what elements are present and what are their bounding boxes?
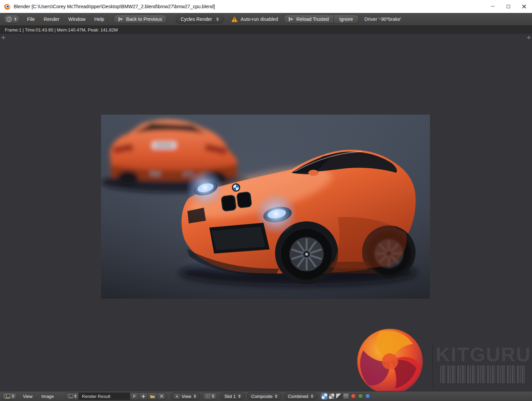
chevron-updown-icon	[74, 394, 77, 398]
reload-icon	[288, 17, 294, 22]
plus-icon	[141, 394, 145, 398]
chevron-updown-icon	[194, 394, 196, 398]
blender-logo-icon	[3, 3, 11, 10]
editor-type-button-image[interactable]	[2, 392, 17, 400]
slot-dropdown[interactable]: Slot 1	[221, 392, 245, 400]
image-editor-header: View Image Render Result F	[0, 391, 532, 401]
ignore-button[interactable]: Ignore	[334, 15, 359, 24]
menu-file[interactable]: File	[23, 16, 39, 22]
region-split-handle-right[interactable]	[527, 36, 531, 39]
watermark-divider	[432, 344, 433, 387]
folder-icon	[150, 394, 155, 398]
chevron-updown-icon	[275, 394, 277, 398]
render-stats-bar: Frame:1 | Time:01:43.65 | Mem:140.47M, P…	[0, 26, 532, 34]
back-arrow-icon	[118, 17, 124, 22]
info-header: File Render Window Help Back to Previous…	[0, 13, 532, 26]
region-split-handle-left[interactable]	[1, 36, 5, 39]
display-mode-dropdown[interactable]: View	[171, 392, 200, 400]
fake-user-button[interactable]: F	[130, 392, 139, 400]
back-to-previous-label: Back to Previous	[126, 16, 162, 22]
close-icon	[522, 4, 526, 9]
render-pass-label: Combined	[288, 394, 308, 399]
render-pass-dropdown[interactable]: Combined	[284, 392, 317, 400]
window-controls	[485, 0, 532, 13]
watermark-barcode	[440, 365, 526, 383]
render-layer-label: Composite	[251, 394, 272, 399]
display-mode-label: View	[182, 394, 191, 399]
back-to-previous-button[interactable]: Back to Previous	[113, 15, 167, 24]
warning-icon	[231, 16, 238, 22]
render-engine-dropdown[interactable]: Cycles Render	[176, 15, 224, 24]
ignore-label: Ignore	[339, 16, 353, 22]
minimize-button[interactable]	[485, 0, 500, 13]
trust-button-group: Reload Trusted Ignore	[284, 15, 359, 24]
channel-rgba-button[interactable]	[321, 393, 327, 399]
draw-channel-buttons	[321, 393, 371, 399]
driver-status-text: Driver '-90*brake'	[364, 16, 401, 22]
chevron-updown-icon	[311, 394, 313, 398]
watermark-brand-text: KITGURU	[436, 343, 531, 366]
chevron-updown-icon	[14, 17, 17, 21]
editor-type-button-info[interactable]	[3, 15, 20, 24]
image-name-field[interactable]: Render Result	[79, 392, 130, 400]
render-result-image[interactable]	[101, 115, 430, 299]
blue-channel-icon[interactable]	[365, 393, 371, 399]
title-bar: Blender [C:\Users\Corey McThreadripper\D…	[0, 0, 532, 13]
menu-view[interactable]: View	[18, 394, 37, 399]
scopes-button[interactable]	[203, 392, 217, 400]
blender-window: Blender [C:\Users\Corey McThreadripper\D…	[0, 0, 532, 401]
window-title: Blender [C:\Users\Corey McThreadripper\D…	[14, 4, 215, 9]
autorun-warning-text: Auto-run disabled	[240, 16, 278, 22]
slot-label: Slot 1	[224, 394, 236, 399]
chevron-updown-icon	[12, 394, 14, 398]
chevron-updown-icon	[238, 394, 241, 398]
display-mode-icon	[175, 394, 179, 398]
kitguru-logo-icon	[356, 328, 424, 391]
red-channel-icon[interactable]	[351, 393, 356, 399]
reload-trusted-button[interactable]: Reload Trusted	[284, 15, 334, 24]
channel-alpha-button[interactable]	[336, 393, 342, 399]
channel-z-button[interactable]	[343, 393, 349, 399]
render-engine-label: Cycles Render	[181, 16, 212, 22]
image-datablock: Render Result F	[66, 392, 166, 400]
image-editor-icon	[5, 394, 10, 399]
green-channel-icon[interactable]	[358, 393, 363, 399]
scopes-icon	[206, 394, 210, 398]
open-image-button[interactable]	[148, 392, 157, 400]
new-image-button[interactable]	[139, 392, 148, 400]
close-button[interactable]	[516, 0, 532, 13]
x-icon	[160, 394, 163, 398]
image-thumb-icon	[68, 394, 73, 398]
channel-rgb-button[interactable]	[329, 393, 335, 399]
minimize-icon	[491, 6, 495, 7]
image-browse-button[interactable]	[66, 392, 79, 400]
kitguru-watermark: KITGURU	[356, 326, 532, 391]
render-layer-dropdown[interactable]: Composite	[247, 392, 281, 400]
render-stats-text: Frame:1 | Time:01:43.65 | Mem:140.47M, P…	[5, 27, 118, 33]
menu-render[interactable]: Render	[39, 16, 64, 22]
chevron-updown-icon	[216, 17, 219, 21]
chevron-updown-icon	[212, 394, 214, 398]
menu-window[interactable]: Window	[64, 16, 90, 22]
reload-trusted-label: Reload Trusted	[296, 16, 329, 22]
unlink-image-button[interactable]	[157, 392, 166, 400]
menu-help[interactable]: Help	[90, 16, 109, 22]
menu-image[interactable]: Image	[37, 394, 58, 399]
maximize-icon	[507, 5, 510, 8]
maximize-button[interactable]	[500, 0, 516, 13]
info-icon	[7, 17, 12, 22]
image-editor-viewport[interactable]: KITGURU	[0, 34, 532, 391]
